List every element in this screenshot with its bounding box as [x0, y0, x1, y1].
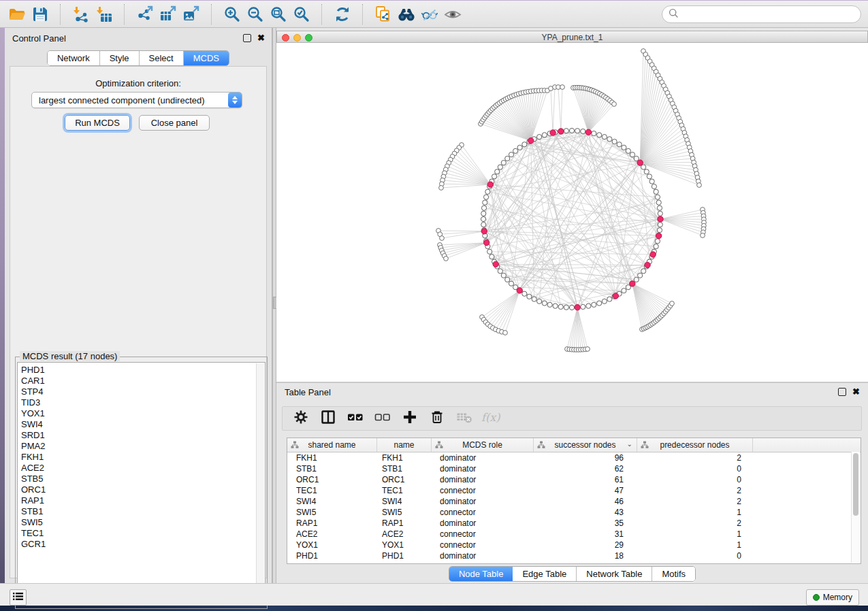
cell-predecessor-nodes[interactable]: 2 [637, 453, 753, 463]
cell-predecessor-nodes[interactable]: 2 [637, 486, 753, 495]
table-scrollbar[interactable] [851, 452, 860, 563]
cell-shared-name[interactable]: TEC1 [287, 486, 377, 495]
table-scrollbar-thumb[interactable] [853, 453, 858, 516]
mcds-result-item[interactable]: TEC1 [18, 528, 265, 539]
cell-name[interactable]: SWI4 [377, 497, 432, 506]
refresh-layout-button[interactable] [331, 3, 354, 25]
run-mcds-button[interactable]: Run MCDS [65, 115, 130, 131]
cell-shared-name[interactable]: SWI5 [287, 508, 377, 517]
network-canvas[interactable] [276, 43, 868, 382]
split-panel-button[interactable] [319, 410, 337, 427]
cell-name[interactable]: SWI5 [377, 508, 432, 517]
cell-shared-name[interactable]: PHD1 [287, 551, 377, 561]
cell-predecessor-nodes[interactable]: 1 [637, 529, 753, 539]
mcds-result-item[interactable]: ORC1 [18, 484, 265, 495]
cell-shared-name[interactable]: FKH1 [287, 453, 377, 463]
optimization-criterion-select[interactable]: largest connected component (undirected) [31, 92, 242, 108]
task-history-button[interactable] [10, 589, 27, 606]
hide-selected-button[interactable] [418, 3, 441, 25]
cell-MCDS-role[interactable]: dominator [432, 551, 534, 561]
cell-name[interactable]: YOX1 [377, 540, 432, 550]
mcds-result-item[interactable]: GCR1 [18, 539, 265, 550]
table-row[interactable]: TEC1TEC1connector472 [287, 485, 861, 496]
table-row[interactable]: PHD1PHD1dominator180 [287, 550, 861, 561]
zoom-fit-button[interactable] [267, 3, 290, 25]
cell-MCDS-role[interactable]: dominator [432, 475, 534, 484]
float-panel-icon[interactable] [243, 34, 251, 42]
table-row[interactable]: FKH1FKH1dominator962 [287, 452, 861, 463]
column-header-MCDS-role[interactable]: MCDS role [432, 438, 534, 452]
table-row[interactable]: ORC1ORC1dominator610 [287, 474, 861, 485]
table-row[interactable]: STB1STB1dominator620 [287, 463, 861, 474]
mcds-result-item[interactable]: ACE2 [18, 463, 265, 474]
node-table[interactable]: shared namenameMCDS rolesuccessor nodes⌄… [287, 437, 861, 564]
zoom-in-button[interactable] [221, 3, 244, 25]
mcds-result-item[interactable]: STB1 [18, 506, 265, 517]
cell-name[interactable]: TEC1 [377, 486, 432, 495]
mcds-result-item[interactable]: RAP1 [18, 495, 265, 506]
cell-shared-name[interactable]: RAP1 [287, 518, 377, 528]
close-panel-button[interactable]: Close panel [139, 115, 210, 131]
search-network-button[interactable] [395, 3, 418, 25]
cell-shared-name[interactable]: STB1 [287, 464, 377, 474]
table-tab-node-table[interactable]: Node Table [449, 567, 513, 581]
mcds-result-item[interactable]: PMA2 [18, 441, 265, 452]
cell-shared-name[interactable]: SWI4 [287, 497, 377, 506]
open-file-button[interactable] [5, 3, 29, 25]
cell-successor-nodes[interactable]: 62 [534, 464, 637, 474]
cell-name[interactable]: PHD1 [377, 551, 432, 561]
cell-MCDS-role[interactable]: dominator [432, 453, 534, 463]
table-tab-network-table[interactable]: Network Table [577, 567, 652, 581]
cell-MCDS-role[interactable]: connector [432, 540, 534, 550]
show-all-button[interactable] [441, 3, 464, 25]
cell-successor-nodes[interactable]: 18 [534, 551, 637, 561]
add-column-button[interactable] [401, 410, 419, 427]
float-table-panel-icon[interactable] [838, 388, 846, 396]
close-table-panel-icon[interactable]: ✖ [852, 389, 860, 395]
save-session-button[interactable] [29, 3, 52, 25]
table-row[interactable]: SWI4SWI4dominator462 [287, 496, 861, 507]
cell-MCDS-role[interactable]: connector [432, 508, 534, 517]
mcds-result-item[interactable]: FKH1 [18, 452, 265, 463]
cell-predecessor-nodes[interactable]: 2 [637, 497, 753, 506]
cell-name[interactable]: FKH1 [377, 453, 432, 463]
delete-column-button[interactable] [428, 410, 446, 427]
mcds-result-item[interactable]: STB5 [18, 474, 265, 484]
cell-name[interactable]: ORC1 [377, 475, 432, 484]
network-window-titlebar[interactable]: YPA_prune.txt_1 [276, 31, 868, 43]
tab-network[interactable]: Network [48, 51, 100, 65]
cell-name[interactable]: STB1 [377, 464, 432, 474]
table-row[interactable]: YOX1YOX1connector291 [287, 540, 861, 550]
import-network-button[interactable] [69, 3, 93, 25]
cell-successor-nodes[interactable]: 96 [534, 453, 637, 463]
mcds-result-item[interactable]: CAR1 [18, 376, 265, 386]
cell-predecessor-nodes[interactable]: 2 [637, 518, 753, 528]
column-header-name[interactable]: name [377, 438, 432, 452]
cell-shared-name[interactable]: ACE2 [287, 529, 377, 539]
mcds-list-scrollbar[interactable] [256, 363, 264, 601]
select-all-checkboxes-button[interactable] [347, 410, 364, 427]
mcds-result-list[interactable]: PHD1CAR1STP4TID3YOX1SWI4SRD1PMA2FKH1ACE2… [17, 362, 266, 601]
cell-MCDS-role[interactable]: dominator [432, 497, 534, 506]
mcds-result-item[interactable]: PHD1 [18, 365, 265, 376]
mcds-result-item[interactable]: STP4 [18, 386, 265, 397]
mcds-result-item[interactable]: TID3 [18, 397, 265, 408]
table-tab-motifs[interactable]: Motifs [652, 567, 695, 581]
cell-successor-nodes[interactable]: 43 [534, 508, 637, 517]
mcds-result-item[interactable]: SWI5 [18, 517, 265, 528]
table-tab-edge-table[interactable]: Edge Table [513, 567, 577, 581]
export-table-button[interactable] [157, 3, 180, 25]
import-table-button[interactable] [93, 3, 116, 25]
export-image-button[interactable] [180, 3, 203, 25]
cell-predecessor-nodes[interactable]: 1 [637, 508, 753, 517]
memory-button[interactable]: Memory [806, 589, 859, 606]
table-row[interactable]: ACE2ACE2connector311 [287, 529, 861, 540]
cell-shared-name[interactable]: ORC1 [287, 475, 377, 484]
cell-successor-nodes[interactable]: 31 [534, 529, 637, 539]
cell-MCDS-role[interactable]: dominator [432, 518, 534, 528]
table-row[interactable]: SWI5SWI5connector431 [287, 507, 861, 518]
export-network-button[interactable] [133, 3, 157, 25]
cell-MCDS-role[interactable]: connector [432, 486, 534, 495]
tab-select[interactable]: Select [140, 51, 184, 65]
cell-predecessor-nodes[interactable]: 0 [637, 551, 753, 561]
